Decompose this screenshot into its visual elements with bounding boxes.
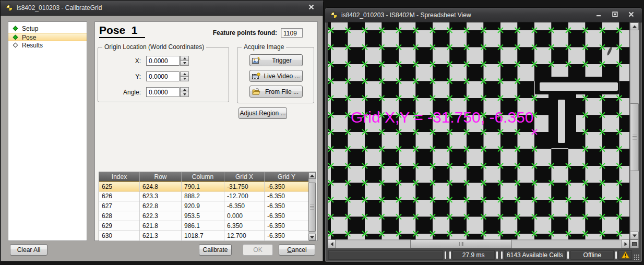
table-cell[interactable]: -6.350 (265, 231, 309, 241)
table-cell[interactable]: 6.350 (224, 221, 265, 231)
y-spinner[interactable] (180, 71, 189, 81)
status-bar: 27.9 ms 6143 Available Cells Offline (327, 249, 640, 260)
x-input[interactable] (146, 56, 180, 66)
calibrate-button[interactable]: Calibrate (199, 244, 232, 256)
scroll-down-icon[interactable] (308, 234, 316, 240)
calibration-grid-image[interactable]: Grid X,Y = -31.750, -6.350 (328, 22, 629, 239)
cancel-button[interactable]: Cancel (279, 244, 315, 256)
sidebar-item-pose[interactable]: Pose (8, 33, 87, 41)
scroll-up-icon[interactable] (308, 172, 316, 179)
horizontal-scrollbar-thumb[interactable] (410, 239, 512, 248)
table-cell[interactable]: 624.8 (140, 182, 182, 191)
origin-location-group: Origin Location (World Coordinates) X: Y… (98, 47, 229, 102)
clear-all-button[interactable]: Clear All (10, 244, 47, 256)
live-video-button[interactable]: Live Video ... (249, 70, 303, 82)
column-header[interactable]: Grid Y (265, 172, 309, 182)
column-header[interactable]: Grid X (224, 172, 265, 182)
table-cell[interactable]: 12.700 (224, 231, 265, 241)
table-cell[interactable]: 621.3 (140, 231, 182, 241)
table-cell[interactable]: -6.350 (265, 182, 309, 191)
ok-button[interactable]: OK (243, 244, 273, 256)
x-label: X: (98, 57, 141, 65)
open-folder-icon (252, 88, 260, 95)
y-field-row: Y: (98, 71, 189, 81)
scroll-down-icon[interactable] (630, 232, 639, 239)
from-file-button[interactable]: From File ... (249, 86, 303, 98)
table-cell[interactable]: 888.2 (182, 191, 224, 201)
acquire-group-title: Acquire Image (242, 43, 286, 51)
resize-grip[interactable] (634, 254, 640, 260)
table-cell[interactable]: -6.350 (265, 221, 309, 231)
status-warning[interactable] (618, 250, 632, 260)
y-input[interactable] (146, 71, 180, 81)
table-cell[interactable]: 626 (99, 191, 140, 201)
table-cell[interactable]: -31.750 (224, 182, 265, 191)
spin-up-icon[interactable] (180, 87, 189, 92)
angle-input[interactable] (146, 87, 180, 97)
angle-field-row: Angle: (98, 87, 189, 97)
table-cell[interactable]: 622.8 (140, 201, 182, 211)
x-spinner[interactable] (180, 56, 189, 66)
vertical-scrollbar[interactable] (630, 22, 639, 239)
table-cell[interactable]: 621.8 (140, 221, 182, 231)
spin-up-icon[interactable] (180, 56, 189, 61)
column-header[interactable]: Index (99, 172, 140, 182)
thumb-grip (459, 242, 463, 246)
close-icon[interactable] (625, 11, 637, 19)
spin-up-icon[interactable] (180, 71, 189, 77)
pose-panel: Pose 1 Feature points found: 1109 Origin… (94, 21, 318, 241)
table-cell[interactable]: -6.350 (265, 191, 309, 201)
table-scrollbar[interactable] (308, 172, 316, 240)
table-cell[interactable]: 627 (99, 201, 140, 211)
table-cell[interactable]: 629 (99, 221, 140, 231)
table-cell[interactable]: 623.3 (140, 191, 182, 201)
trigger-button[interactable]: Trigger (249, 54, 303, 66)
table-cell[interactable]: 790.1 (182, 182, 224, 191)
origin-group-title: Origin Location (World Coordinates) (102, 43, 206, 51)
table-cell[interactable]: -12.700 (224, 191, 265, 201)
spin-down-icon[interactable] (180, 92, 189, 97)
insight-app-icon (330, 11, 338, 19)
maximize-icon[interactable] (609, 11, 621, 19)
column-header[interactable]: Column (182, 172, 224, 182)
table-scrollbar-thumb[interactable] (308, 183, 316, 232)
feature-points-row: Feature points found: 1109 (213, 28, 303, 38)
spin-down-icon[interactable] (180, 77, 189, 81)
status-separator (449, 251, 451, 259)
minimize-icon[interactable] (593, 11, 604, 19)
table-cell[interactable]: 920.9 (182, 201, 224, 211)
sidebar-item-results[interactable]: Results (8, 41, 87, 50)
spin-down-icon[interactable] (180, 61, 189, 66)
spreadsheet-titlebar[interactable]: is8402_010203 - IS8402M - Spreadsheet Vi… (325, 8, 642, 22)
feature-points-label: Feature points found: (213, 29, 277, 37)
column-header[interactable]: Row (140, 172, 182, 182)
scroll-up-icon[interactable] (630, 22, 639, 30)
table-cell[interactable]: 1018.7 (182, 231, 224, 241)
feature-points-value: 1109 (281, 28, 303, 38)
horizontal-scrollbar[interactable] (328, 239, 629, 248)
scroll-right-icon[interactable] (622, 239, 629, 248)
table-cell[interactable]: 622.3 (140, 211, 182, 221)
scrollbar-corner-button[interactable] (630, 239, 639, 248)
adjust-region-button[interactable]: Adjust Region ... (238, 107, 287, 119)
table-cell[interactable]: 0.000 (224, 211, 265, 221)
angle-label: Angle: (98, 89, 141, 96)
table-cell[interactable]: 628 (99, 211, 140, 221)
close-icon[interactable] (305, 4, 317, 11)
table-cell[interactable]: -6.350 (224, 201, 265, 211)
table-cell[interactable]: 953.5 (182, 211, 224, 221)
table-cell[interactable]: -6.350 (265, 201, 309, 211)
vertical-scrollbar-thumb[interactable] (630, 103, 639, 171)
table-cell[interactable]: -6.350 (265, 211, 309, 221)
scroll-left-icon[interactable] (328, 239, 336, 248)
angle-spinner[interactable] (180, 87, 189, 97)
warning-triangle-icon (621, 251, 630, 259)
y-label: Y: (98, 73, 141, 80)
table-cell[interactable]: 630 (99, 231, 140, 241)
status-separator (501, 251, 503, 259)
calibrate-dialog-titlebar[interactable]: is8402_010203 - CalibrateGrid (1, 1, 323, 16)
feature-points-table: IndexRowColumnGrid XGrid Y625624.8790.1-… (99, 172, 316, 241)
table-cell[interactable]: 625 (99, 182, 140, 191)
table-cell[interactable]: 986.1 (182, 221, 224, 231)
sidebar-item-setup[interactable]: Setup (8, 25, 87, 33)
